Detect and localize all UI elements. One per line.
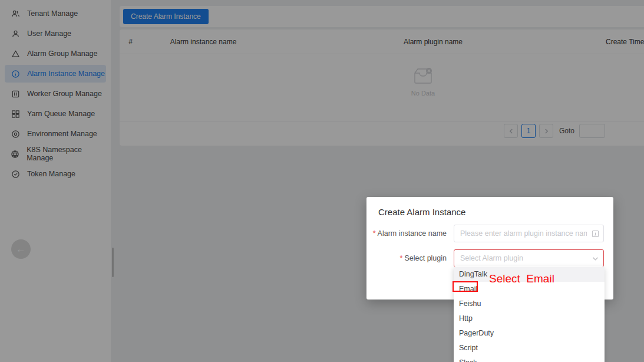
chevron-down-icon (591, 254, 599, 262)
required-asterisk: * (373, 229, 376, 238)
dropdown-option-feishu[interactable]: Feishu (454, 297, 605, 311)
input-counter-icon (591, 229, 599, 238)
required-asterisk: * (400, 254, 403, 262)
select-plugin-row: *Select plugin (366, 249, 613, 267)
dropdown-option-slack[interactable]: Slack (454, 356, 605, 362)
dropdown-option-pagerduty[interactable]: PagerDuty (454, 326, 605, 341)
select-plugin-select[interactable] (454, 249, 604, 267)
annotation-email-highlight-box (453, 281, 478, 292)
select-plugin-control (454, 249, 604, 267)
alarm-instance-name-label: *Alarm instance name (366, 229, 454, 238)
alarm-instance-name-row: *Alarm instance name (366, 225, 613, 242)
modal-title: Create Alarm Instance (378, 207, 465, 217)
select-plugin-label: *Select plugin (366, 254, 454, 262)
alarm-instance-name-control (454, 225, 604, 242)
dropdown-option-script[interactable]: Script (454, 341, 605, 356)
dropdown-option-http[interactable]: Http (454, 311, 605, 326)
alarm-instance-name-input[interactable] (454, 225, 604, 242)
annotation-select-email-text: Select Email (489, 272, 554, 285)
